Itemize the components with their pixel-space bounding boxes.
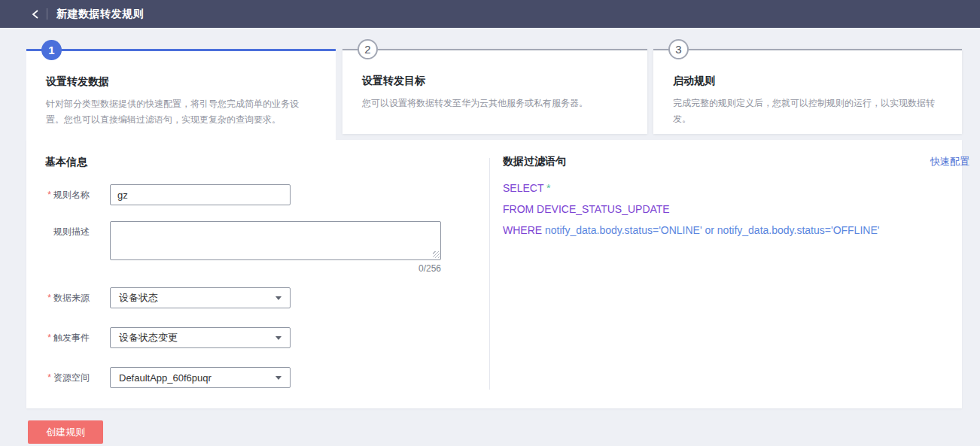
- sql-select-keyword: SELECT: [503, 182, 543, 194]
- sql-from-line: FROM DEVICE_STATUS_UPDATE: [503, 203, 670, 215]
- rule-name-label-text: 规则名称: [53, 190, 90, 200]
- basic-info-heading: 基本信息: [45, 156, 87, 169]
- sql-where-keyword: WHERE: [503, 224, 542, 236]
- resource-space-row: *资源空间 DefaultApp_60f6puqr: [26, 367, 291, 388]
- wizard-step-1[interactable]: 1 设置转发数据 针对部分类型数据提供的快速配置，将引导您完成简单的业务设置。您…: [26, 49, 336, 147]
- step-3-title: 启动规则: [673, 74, 942, 88]
- page: 新建数据转发规则 1 设置转发数据 针对部分类型数据提供的快速配置，将引导您完成…: [0, 0, 980, 446]
- step-3-number-badge: 3: [668, 39, 689, 59]
- create-rule-button[interactable]: 创建规则: [28, 420, 103, 444]
- wizard-step-2[interactable]: 2 设置转发目标 您可以设置将数据转发至华为云其他服务或私有服务器。: [342, 49, 647, 134]
- back-button[interactable]: [27, 6, 44, 23]
- step-3-description: 完成完整的规则定义后，您就可以控制规则的运行，以实现数据转发。: [673, 96, 942, 127]
- quick-config-link[interactable]: 快速配置: [930, 155, 969, 168]
- step-1-number-badge: 1: [41, 40, 62, 60]
- rule-name-input[interactable]: [110, 184, 291, 205]
- step-1-description: 针对部分类型数据提供的快速配置，将引导您完成简单的业务设置。您也可以直接编辑过滤…: [46, 96, 316, 128]
- rule-desc-label: 规则描述: [26, 221, 90, 263]
- sql-header: 数据过滤语句 快速配置: [503, 155, 969, 168]
- resource-space-select[interactable]: DefaultApp_60f6puqr: [110, 367, 291, 388]
- sql-select-line: SELECT *: [503, 182, 551, 194]
- trigger-event-label: *触发事件: [26, 327, 90, 348]
- wizard-step-3[interactable]: 3 启动规则 完成完整的规则定义后，您就可以控制规则的运行，以实现数据转发。: [653, 49, 962, 134]
- trigger-event-label-text: 触发事件: [53, 332, 90, 343]
- main-panel: 基本信息 *规则名称 规则描述 0/256 *数据来源 设备状态: [26, 140, 962, 408]
- step-1-title: 设置转发数据: [46, 75, 316, 89]
- rule-name-label: *规则名称: [26, 184, 90, 205]
- chevron-down-icon: [275, 376, 282, 380]
- data-source-select[interactable]: 设备状态: [110, 287, 291, 308]
- required-asterisk: *: [47, 190, 51, 200]
- trigger-event-select[interactable]: 设备状态变更: [110, 327, 291, 348]
- resize-handle-icon[interactable]: [433, 251, 440, 258]
- vertical-divider: [489, 158, 490, 390]
- data-source-label: *数据来源: [26, 287, 90, 308]
- data-source-row: *数据来源 设备状态: [26, 287, 291, 308]
- sql-from-target: DEVICE_STATUS_UPDATE: [537, 203, 670, 215]
- chevron-down-icon: [275, 336, 282, 340]
- step-2-title: 设置转发目标: [362, 74, 628, 88]
- required-asterisk: *: [47, 372, 51, 383]
- resource-space-selected-value: DefaultApp_60f6puqr: [119, 372, 212, 384]
- sql-where-line: WHERE notify_data.body.status='ONLINE' o…: [503, 224, 879, 236]
- data-source-selected-value: 设备状态: [119, 291, 158, 305]
- sql-where-condition: notify_data.body.status='ONLINE' or noti…: [545, 224, 879, 236]
- trigger-event-selected-value: 设备状态变更: [119, 331, 178, 344]
- sql-filter-heading: 数据过滤语句: [503, 155, 566, 168]
- chevron-left-icon: [31, 9, 40, 20]
- top-header: 新建数据转发规则: [0, 0, 980, 28]
- sql-from-keyword: FROM: [503, 203, 534, 215]
- header-divider: [47, 8, 47, 20]
- sql-select-target: *: [546, 182, 550, 194]
- rule-desc-row: 规则描述 0/256: [26, 221, 441, 263]
- chevron-down-icon: [275, 296, 282, 300]
- resource-space-label-text: 资源空间: [53, 372, 90, 383]
- required-asterisk: *: [47, 332, 51, 343]
- required-asterisk: *: [47, 293, 51, 303]
- step-2-number-badge: 2: [358, 39, 378, 59]
- trigger-event-row: *触发事件 设备状态变更: [26, 327, 291, 348]
- data-source-label-text: 数据来源: [53, 293, 90, 303]
- char-counter: 0/256: [110, 263, 441, 274]
- rule-desc-textarea[interactable]: [110, 221, 441, 260]
- resource-space-label: *资源空间: [26, 367, 90, 388]
- step-2-description: 您可以设置将数据转发至华为云其他服务或私有服务器。: [362, 96, 628, 111]
- rule-name-row: *规则名称: [26, 184, 291, 205]
- page-title: 新建数据转发规则: [56, 8, 144, 21]
